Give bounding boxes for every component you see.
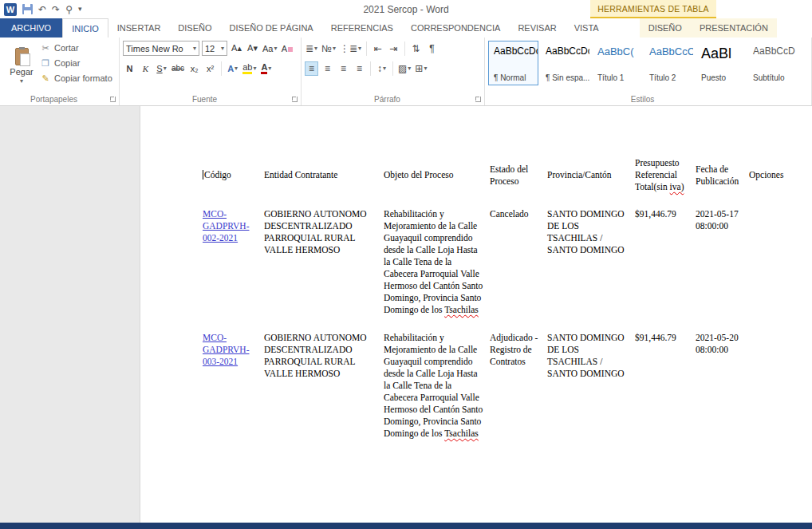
qat-customize-icon[interactable]: ▾ — [78, 6, 82, 13]
clipboard-small-buttons: ✂ Cortar ❐ Copiar ✎ Copiar formato — [40, 40, 112, 93]
fuente-dialog-launcher-icon[interactable] — [292, 97, 298, 102]
sort-icon: ⇅ — [412, 44, 420, 53]
borders-button[interactable]: ⊞▾ — [414, 61, 428, 76]
style-sin-espaciado[interactable]: AaBbCcDc ¶ Sin espa... — [540, 41, 590, 85]
separator — [392, 61, 393, 76]
tab-diseno-de-pagina[interactable]: DISEÑO DE PÁGINA — [221, 18, 322, 38]
italic-button[interactable]: K — [139, 61, 152, 76]
separator — [366, 41, 367, 56]
format-painter-button[interactable]: ✎ Copiar formato — [40, 72, 112, 85]
table-row: MCO-GADPRVH-003-2021 GOBIERNO AUTONOMO D… — [203, 324, 790, 448]
header-entidad: Entidad Contratante — [264, 157, 384, 200]
parrafo-group-label: Párrafo — [302, 95, 473, 104]
increase-indent-icon: ⇥ — [390, 44, 398, 53]
bold-icon: N — [127, 64, 133, 73]
status-bar[interactable] — [0, 523, 812, 529]
decrease-indent-button[interactable]: ⇤ — [371, 41, 384, 56]
grow-font-button[interactable]: A▴ — [230, 41, 243, 56]
word-logo-icon[interactable]: W — [4, 3, 17, 16]
estilos-group-label: Estilos — [485, 95, 800, 104]
line-spacing-button[interactable]: ↕▾ — [375, 61, 388, 76]
style-preview: AaBl — [701, 45, 742, 62]
tab-inicio[interactable]: INICIO — [62, 18, 108, 38]
tab-insertar[interactable]: INSERTAR — [108, 18, 170, 38]
clear-formatting-button[interactable]: A — [280, 41, 294, 56]
tab-correspondencia[interactable]: CORRESPONDENCIA — [402, 18, 509, 38]
style-normal[interactable]: AaBbCcDc ¶ Normal — [488, 41, 538, 85]
justify-button[interactable]: ≡ — [353, 61, 366, 76]
undo-icon[interactable]: ↶ — [38, 5, 46, 14]
underline-button[interactable]: S▾ — [155, 61, 168, 76]
redo-icon[interactable]: ↷ — [52, 5, 60, 14]
style-subtitulo[interactable]: AaBbCcD Subtítulo — [747, 41, 798, 85]
estado-cell: Cancelado — [490, 200, 547, 324]
copy-button[interactable]: ❐ Copiar — [40, 57, 112, 69]
header-presupuesto: Presupuesto Referencial Total(sin iva) — [635, 157, 696, 200]
tab-presentacion-tabla[interactable]: PRESENTACIÓN — [691, 18, 777, 38]
document-page[interactable]: Código Entidad Contratante Objeto del Pr… — [140, 106, 812, 523]
decrease-indent-icon: ⇤ — [374, 44, 382, 53]
increase-indent-button[interactable]: ⇥ — [387, 41, 400, 56]
chevron-down-icon: ▾ — [383, 65, 386, 72]
align-center-button[interactable]: ≡ — [321, 61, 334, 76]
shading-icon: ▨ — [398, 64, 407, 73]
tab-revisar[interactable]: REVISAR — [509, 18, 565, 38]
style-titulo-1[interactable]: AaBbC( Título 1 — [592, 41, 642, 85]
font-size-combobox[interactable]: 12 ▾ — [202, 41, 227, 56]
portapapeles-dialog-launcher-icon[interactable] — [110, 97, 116, 102]
codigo-cell: MCO-GADPRVH-002-2021 — [203, 200, 264, 324]
multilevel-list-button[interactable]: ⋮≣▾ — [339, 41, 362, 56]
header-codigo: Código — [203, 157, 264, 200]
tab-referencias[interactable]: REFERENCIAS — [322, 18, 402, 38]
style-titulo-2[interactable]: AaBbCcC Título 2 — [644, 41, 694, 85]
numbering-button[interactable]: №▾ — [321, 41, 337, 56]
group-parrafo: ≣▾ №▾ ⋮≣▾ ⇤ ⇥ ⇅ ¶ ≡ ≡ ≡ ≡ ↕▾ ▨▾ ⊞▾ — [302, 38, 485, 105]
style-preview: AaBbCcDc — [494, 45, 534, 57]
paste-button[interactable]: Pegar ▾ — [3, 40, 40, 93]
fuente-group-label: Fuente — [120, 95, 290, 104]
codigo-link[interactable]: MCO-GADPRVH-003-2021 — [203, 333, 250, 366]
shrink-font-button[interactable]: A▾ — [246, 41, 259, 56]
change-case-button[interactable]: Aa▾ — [262, 41, 278, 56]
align-left-button[interactable]: ≡ — [305, 61, 318, 76]
style-preview: AaBbC( — [597, 45, 638, 57]
strikethrough-button[interactable]: abc — [171, 61, 185, 76]
align-right-button[interactable]: ≡ — [337, 61, 350, 76]
shrink-font-icon: A▾ — [247, 43, 258, 53]
style-puesto[interactable]: AaBl Puesto — [696, 41, 746, 85]
tab-vista[interactable]: VISTA — [566, 18, 608, 38]
font-color-button[interactable]: A▾ — [259, 61, 273, 76]
chevron-down-icon: ▾ — [424, 65, 427, 72]
bullets-button[interactable]: ≣▾ — [305, 41, 318, 56]
text-effects-button[interactable]: A▾ — [226, 61, 239, 76]
tab-diseno[interactable]: DISEÑO — [169, 18, 220, 38]
font-name-combobox[interactable]: Times New Ro ▾ — [123, 41, 199, 56]
parrafo-dialog-launcher-icon[interactable] — [475, 97, 481, 102]
cut-button[interactable]: ✂ Cortar — [40, 41, 112, 54]
subscript-button[interactable]: x₂ — [187, 61, 201, 76]
chevron-down-icon: ▾ — [164, 65, 167, 72]
justify-icon: ≡ — [357, 64, 362, 73]
superscript-button[interactable]: x² — [203, 61, 217, 76]
paste-dropdown-icon[interactable]: ▾ — [20, 78, 23, 85]
find-icon[interactable]: ⚲ — [65, 5, 73, 14]
style-preview: AaBbCcC — [649, 45, 690, 57]
title-bar: W ↶ ↷ ⚲ ▾ 2021 Sercop - Word HERRAMIENTA… — [0, 0, 812, 18]
style-label: Subtítulo — [753, 73, 794, 82]
sort-button[interactable]: ⇅ — [409, 41, 423, 56]
save-icon[interactable] — [22, 4, 33, 14]
borders-icon: ⊞ — [415, 64, 423, 73]
scissors-icon: ✂ — [40, 44, 51, 53]
show-paragraph-marks-button[interactable]: ¶ — [425, 41, 439, 56]
opciones-cell — [749, 324, 790, 448]
shading-button[interactable]: ▨▾ — [397, 61, 412, 76]
document-title: 2021 Sercop - Word — [363, 4, 448, 15]
text-cursor — [203, 170, 203, 180]
header-objeto: Objeto del Proceso — [384, 157, 490, 200]
tab-archivo[interactable]: ARCHIVO — [0, 18, 62, 38]
chevron-down-icon: ▾ — [193, 45, 196, 52]
bold-button[interactable]: N — [123, 61, 136, 76]
codigo-link[interactable]: MCO-GADPRVH-002-2021 — [203, 209, 250, 243]
highlight-color-button[interactable]: ab▾ — [242, 61, 257, 76]
tab-diseno-tabla[interactable]: DISEÑO — [640, 18, 691, 38]
